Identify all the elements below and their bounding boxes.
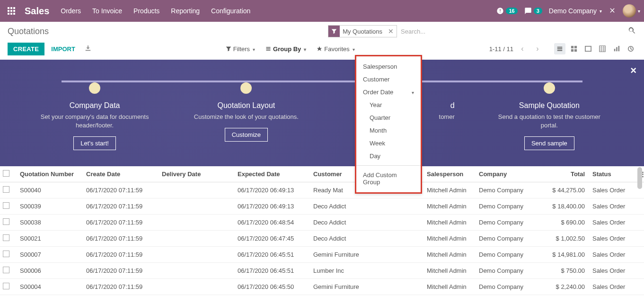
company-switcher[interactable]: Demo Company [549, 7, 602, 15]
row-checkbox[interactable] [3, 218, 9, 225]
col-co[interactable]: Company [476, 166, 542, 182]
row-checkbox[interactable] [3, 283, 9, 289]
groupby-week[interactable]: Week [356, 137, 421, 150]
graph-view-icon[interactable] [611, 43, 622, 54]
svg-rect-4 [10, 10, 12, 12]
table-row[interactable]: S0000706/17/2020 07:11:5906/17/2020 06:4… [0, 247, 644, 263]
groupby-menu: Salesperson Customer Order Date Year Qua… [355, 55, 422, 194]
onboard-card-company: Company Data Set your company's data for… [19, 73, 170, 150]
svg-rect-7 [10, 13, 12, 15]
step-dot [89, 82, 100, 94]
col-ed[interactable]: Expected Date [235, 166, 310, 182]
svg-rect-8 [13, 13, 15, 15]
pivot-view-icon[interactable] [597, 43, 608, 54]
table-row[interactable]: S0000406/17/2020 07:11:5906/17/2020 06:4… [0, 279, 644, 295]
table-row[interactable]: S0003906/17/2020 07:11:5906/17/2020 06:4… [0, 198, 644, 215]
nav-reporting[interactable]: Reporting [171, 7, 200, 15]
kanban-view-icon[interactable] [568, 43, 580, 54]
close-icon[interactable]: × [630, 64, 636, 77]
groupby-add-custom[interactable]: Add Custom Group [356, 169, 421, 188]
col-dd[interactable]: Delivery Date [159, 166, 235, 182]
debug-icon[interactable] [609, 7, 616, 16]
groupby-dropdown[interactable]: Group By [265, 45, 306, 53]
nav-orders[interactable]: Orders [61, 7, 81, 15]
calendar-view-icon[interactable] [582, 43, 594, 54]
facet-remove[interactable]: ✕ [385, 27, 397, 35]
col-qn[interactable]: Quotation Number [17, 166, 83, 182]
table-row[interactable]: S0002106/17/2020 07:11:5906/17/2020 06:4… [0, 231, 644, 247]
scroll-thumb[interactable] [637, 167, 642, 189]
table-row[interactable]: S0003806/17/2020 07:11:5906/17/2020 06:4… [0, 215, 644, 231]
activities-chip[interactable]: 16 [496, 7, 517, 15]
table-row[interactable]: S0000606/17/2020 07:11:5906/17/2020 06:4… [0, 263, 644, 279]
card-btn-send-sample[interactable]: Send sample [524, 136, 574, 150]
cell-cu: Deco Addict [310, 231, 424, 247]
user-menu[interactable] [623, 4, 640, 18]
filters-dropdown[interactable]: Filters [226, 45, 255, 53]
row-checkbox[interactable] [3, 186, 9, 193]
search-icon[interactable] [628, 27, 636, 36]
col-to[interactable]: Total [542, 166, 590, 182]
pager-prev[interactable]: ‹ [516, 43, 529, 55]
cell-cd: 06/17/2020 07:11:59 [83, 198, 159, 215]
cell-cu: Gemini Furniture [310, 279, 424, 295]
groupby-order-date[interactable]: Order Date [356, 86, 421, 99]
cell-sp: Mitchell Admin [424, 279, 476, 295]
favorites-dropdown[interactable]: Favorites [317, 45, 354, 53]
app-brand[interactable]: Sales [25, 6, 49, 17]
view-switcher [554, 43, 636, 54]
pager-next[interactable]: › [531, 43, 544, 55]
row-checkbox[interactable] [3, 267, 9, 273]
groupby-customer[interactable]: Customer [356, 73, 421, 86]
nav-to-invoice[interactable]: To Invoice [92, 7, 122, 15]
row-checkbox[interactable] [3, 234, 9, 241]
cell-dd [159, 215, 235, 231]
cell-cd: 06/17/2020 07:11:59 [83, 247, 159, 263]
filters-label: Filters [233, 45, 250, 53]
card-title: Company Data [19, 101, 170, 110]
cell-co: Demo Company [476, 231, 542, 247]
card-title: Sample Quotation [474, 101, 625, 110]
svg-rect-0 [8, 7, 9, 9]
svg-rect-2 [13, 7, 15, 9]
search-input[interactable] [397, 26, 624, 37]
create-button[interactable]: CREATE [8, 43, 44, 55]
select-all-checkbox[interactable] [3, 170, 9, 177]
groupby-day[interactable]: Day [356, 150, 421, 162]
download-icon[interactable] [85, 45, 91, 53]
groupby-month[interactable]: Month [356, 124, 421, 137]
cell-st: Sales Order [590, 215, 637, 231]
apps-icon[interactable] [4, 3, 19, 18]
groupby-quarter[interactable]: Quarter [356, 111, 421, 124]
cell-cd: 06/17/2020 07:11:59 [83, 182, 159, 198]
groupby-year[interactable]: Year [356, 99, 421, 111]
import-link[interactable]: IMPORT [51, 45, 75, 53]
messages-chip[interactable]: 3 [524, 7, 542, 15]
pager-range[interactable]: 1-11 / 11 [489, 45, 513, 53]
row-checkbox[interactable] [3, 202, 9, 209]
activity-view-icon[interactable] [625, 43, 636, 54]
cell-st: Sales Order [590, 182, 637, 198]
nav-configuration[interactable]: Configuration [211, 7, 250, 15]
cell-to: $ 18,400.00 [542, 198, 590, 215]
cell-dd [159, 279, 235, 295]
activities-badge: 16 [506, 8, 517, 14]
cell-co: Demo Company [476, 263, 542, 279]
col-st[interactable]: Status [590, 166, 637, 182]
col-cd[interactable]: Create Date [83, 166, 159, 182]
cell-qn: S00006 [17, 263, 83, 279]
groupby-salesperson[interactable]: Salesperson [356, 60, 421, 73]
card-btn-customize[interactable]: Customize [225, 128, 268, 142]
scrollbar[interactable] [636, 167, 643, 295]
cell-to: $ 44,275.00 [542, 182, 590, 198]
cell-cd: 06/17/2020 07:11:59 [83, 215, 159, 231]
card-btn-start[interactable]: Let's start! [73, 136, 116, 150]
nav-products[interactable]: Products [133, 7, 159, 15]
col-sp[interactable]: Salesperson [424, 166, 476, 182]
row-checkbox[interactable] [3, 251, 9, 257]
cell-sp: Mitchell Admin [424, 182, 476, 198]
list-view-icon[interactable] [554, 43, 565, 54]
table-row[interactable]: S0004006/17/2020 07:11:5906/17/2020 06:4… [0, 182, 644, 198]
search-facet: My Quotations ✕ [328, 25, 397, 37]
card-desc: Send a quotation to test the customer po… [493, 113, 606, 130]
